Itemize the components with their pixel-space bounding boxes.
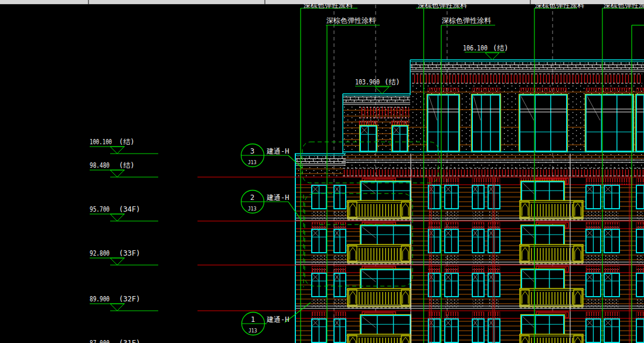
roof-elevation-suffix: (结) <box>384 78 400 86</box>
callout-code: J13 <box>248 206 257 212</box>
roof-elevation-value: 103.900 <box>355 78 380 86</box>
elevation-suffix: (33F) <box>119 249 140 257</box>
callout-label: 建通-H <box>266 147 289 155</box>
elevation-suffix: (31F) <box>119 339 140 343</box>
coating-label-fragment: 深棕色弹性涂料 <box>535 1 584 9</box>
elevation-suffix: (结) <box>119 138 134 146</box>
elevation-value: 87.000 <box>90 339 110 343</box>
elevation-value: 98.480 <box>90 161 110 169</box>
elevation-suffix: (32F) <box>119 295 140 303</box>
callout-label: 建通-H <box>266 193 289 202</box>
elevation-suffix: (结) <box>119 161 134 169</box>
elevation-value: 92.800 <box>90 249 110 257</box>
callout-code: J13 <box>248 160 257 165</box>
callout-number: 1 <box>251 315 255 324</box>
roof-elevation-value: 106.100 <box>463 44 488 52</box>
elevation-value: 100.100 <box>90 138 112 146</box>
coating-label-fragment: 深棕色弹性涂料 <box>418 1 467 9</box>
elevation-value: 95.700 <box>90 205 110 213</box>
callout-number: 3 <box>250 147 254 155</box>
elevation-suffix: (34F) <box>119 205 140 213</box>
cad-viewport[interactable]: 深棕色弹性涂料 深棕色弹性涂料 深棕色弹性涂料 深棕色弹性涂料 深棕色弹性涂料 … <box>0 0 644 343</box>
coating-label: 深棕色弹性涂料 <box>326 16 376 25</box>
callout-label: 建通-H <box>266 315 289 324</box>
coating-label-fragment: 深棕色弹性涂料 <box>304 1 353 9</box>
roof-elevation-suffix: (结) <box>493 44 508 52</box>
callout-code: J13 <box>248 328 257 334</box>
coating-label-fragment: 深棕色弹性涂料 <box>604 1 644 9</box>
drawing-geometry <box>90 5 644 343</box>
elevation-drawing-canvas[interactable]: 深棕色弹性涂料 深棕色弹性涂料 深棕色弹性涂料 深棕色弹性涂料 深棕色弹性涂料 … <box>0 0 644 343</box>
coating-label: 深棕色弹性涂料 <box>442 16 491 25</box>
elevation-value: 89.900 <box>90 295 110 303</box>
callout-number: 2 <box>250 193 254 202</box>
